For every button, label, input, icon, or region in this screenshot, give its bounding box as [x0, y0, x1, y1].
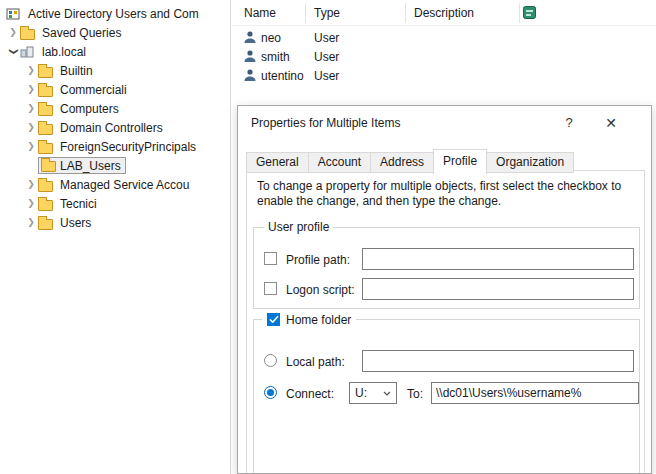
chevron-right-icon[interactable]: ❯ — [24, 218, 38, 227]
drive-letter-value: U: — [355, 386, 367, 400]
checkmark-icon — [269, 315, 279, 324]
cell-name: utentino — [261, 69, 304, 83]
tree-item-domain-controllers[interactable]: ❯ Domain Controllers — [0, 118, 230, 137]
tree-item-builtin[interactable]: ❯ Builtin — [0, 61, 230, 80]
profile-path-label: Profile path: — [286, 253, 350, 267]
column-header-name[interactable]: Name — [244, 6, 276, 20]
folder-icon — [38, 64, 57, 78]
tree-item-label: Tecnici — [57, 196, 100, 212]
tree-item-lab-users[interactable]: ❯ LAB_Users — [0, 156, 230, 175]
user-icon — [243, 49, 257, 66]
chevron-right-icon[interactable]: ❯ — [24, 85, 38, 94]
to-label: To: — [407, 387, 423, 401]
list-header: Name Type Description — [232, 0, 656, 26]
tree-item-lab-local[interactable]: ❯ lab.local — [0, 42, 230, 61]
tree-item-label: lab.local — [39, 44, 89, 60]
cell-type: User — [314, 31, 339, 45]
dialog-title: Properties for Multiple Items — [251, 116, 400, 130]
cell-type: User — [314, 50, 339, 64]
tree-item-label: ForeignSecurityPrincipals — [57, 139, 199, 155]
tree-item-managed-service-accounts[interactable]: ❯ Managed Service Accou — [0, 175, 230, 194]
cell-name: smith — [261, 50, 290, 64]
list-item-utentino[interactable]: utentino User — [232, 66, 656, 85]
logon-script-input[interactable] — [362, 278, 634, 300]
chevron-right-icon[interactable]: ❯ — [24, 104, 38, 113]
folder-icon — [38, 83, 57, 97]
column-separator[interactable] — [305, 3, 306, 23]
column-header-description[interactable]: Description — [414, 6, 474, 20]
connect-label: Connect: — [286, 387, 334, 401]
logon-script-label: Logon script: — [286, 283, 355, 297]
tree-item-label: Domain Controllers — [57, 120, 166, 136]
chevron-right-icon[interactable]: ❯ — [6, 28, 20, 37]
profile-path-input[interactable] — [362, 248, 634, 270]
home-folder-checkbox[interactable] — [267, 313, 280, 326]
user-icon — [243, 30, 257, 47]
tree-item-saved-queries[interactable]: ❯ Saved Queries — [0, 23, 230, 42]
connect-row: Connect: U: To: — [264, 382, 649, 406]
tree-item-root[interactable]: Active Directory Users and Com — [0, 4, 230, 23]
column-separator[interactable] — [405, 3, 406, 23]
folder-icon — [38, 216, 57, 230]
tree-item-tecnici[interactable]: ❯ Tecnici — [0, 194, 230, 213]
cell-name: neo — [261, 31, 281, 45]
selected-tree-item[interactable]: LAB_Users — [38, 157, 126, 174]
home-folder-path-input[interactable] — [431, 382, 639, 404]
user-profile-group: User profile Profile path: Logon script: — [253, 227, 640, 309]
tree-item-commerciali[interactable]: ❯ Commerciali — [0, 80, 230, 99]
local-path-input[interactable] — [362, 350, 634, 372]
profile-path-row: Profile path: — [264, 248, 649, 272]
local-path-row: Local path: — [264, 350, 649, 374]
chevron-right-icon[interactable]: ❯ — [24, 180, 38, 189]
folder-icon — [38, 178, 57, 192]
folder-icon — [38, 121, 57, 135]
folder-icon — [20, 26, 39, 40]
tree-item-users[interactable]: ❯ Users — [0, 213, 230, 232]
dialog-titlebar: Properties for Multiple Items ? ✕ — [238, 106, 651, 139]
list-header-icon — [523, 6, 536, 22]
cell-type: User — [314, 69, 339, 83]
chevron-right-icon[interactable]: ❯ — [24, 123, 38, 132]
chevron-right-icon[interactable]: ❯ — [24, 199, 38, 208]
home-folder-legend: Home folder — [262, 310, 356, 329]
tree-item-label: LAB_Users — [60, 159, 121, 173]
aduc-root-icon — [6, 7, 25, 21]
column-separator[interactable] — [519, 3, 520, 23]
tree-item-foreign-security-principals[interactable]: ❯ ForeignSecurityPrincipals — [0, 137, 230, 156]
folder-icon — [41, 161, 56, 172]
logon-script-checkbox[interactable] — [264, 282, 277, 295]
local-path-radio[interactable] — [264, 354, 277, 367]
chevron-down-icon — [383, 391, 391, 396]
profile-tab-page: To change a property for multiple object… — [246, 170, 645, 474]
dialog-intro-text: To change a property for multiple object… — [257, 179, 635, 209]
tree-item-label: Active Directory Users and Com — [25, 6, 202, 22]
chevron-right-icon[interactable]: ❯ — [24, 142, 38, 151]
column-header-type[interactable]: Type — [314, 6, 340, 20]
home-folder-label: Home folder — [286, 313, 351, 327]
chevron-down-icon[interactable]: ❯ — [9, 45, 18, 59]
tree-item-computers[interactable]: ❯ Computers — [0, 99, 230, 118]
folder-icon — [38, 197, 57, 211]
tab-organization[interactable]: Organization — [486, 152, 574, 173]
tab-profile[interactable]: Profile — [433, 149, 487, 174]
tree-item-label: Users — [57, 215, 94, 231]
list-item-neo[interactable]: neo User — [232, 28, 656, 47]
profile-path-checkbox[interactable] — [264, 252, 277, 265]
tab-address[interactable]: Address — [370, 152, 434, 173]
tree-item-label: Saved Queries — [39, 25, 124, 41]
tree-item-label: Builtin — [57, 63, 96, 79]
chevron-right-icon[interactable]: ❯ — [24, 66, 38, 75]
properties-dialog: Properties for Multiple Items ? ✕ Genera… — [237, 105, 652, 474]
drive-letter-combobox[interactable]: U: — [349, 382, 397, 404]
console-tree: Active Directory Users and Com ❯ Saved Q… — [0, 0, 231, 474]
close-button[interactable]: ✕ — [594, 106, 628, 139]
tab-account[interactable]: Account — [308, 152, 371, 173]
folder-icon — [38, 140, 57, 154]
tab-general[interactable]: General — [246, 152, 309, 173]
help-button[interactable]: ? — [552, 106, 586, 139]
tree-item-label: Managed Service Accou — [57, 177, 192, 193]
list-body: neo User smith User utentino User — [232, 28, 656, 85]
tree-item-label: Computers — [57, 101, 122, 117]
list-item-smith[interactable]: smith User — [232, 47, 656, 66]
connect-radio[interactable] — [264, 386, 277, 399]
